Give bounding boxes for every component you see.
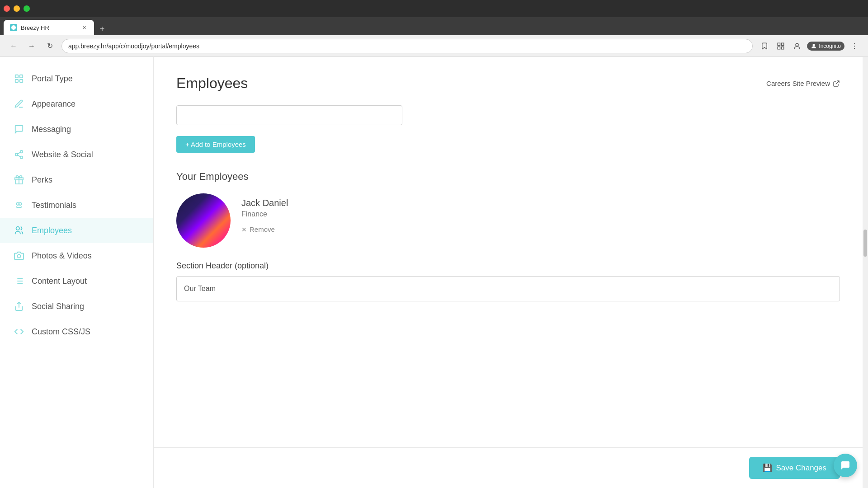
sidebar-label-employees: Employees (32, 226, 72, 235)
sidebar-label-messaging: Messaging (32, 125, 71, 134)
sidebar-item-content-layout[interactable]: Content Layout (0, 268, 153, 294)
svg-line-17 (18, 155, 20, 157)
reload-button[interactable]: ↻ (43, 40, 56, 52)
sidebar-item-portal-type[interactable]: Portal Type (0, 66, 153, 91)
add-button-label: + Add to Employees (185, 141, 246, 148)
url-text: app.breezy.hr/app/c/moodjoy/portal/emplo… (68, 42, 199, 50)
svg-rect-2 (782, 43, 784, 45)
profile-icon[interactable] (791, 40, 803, 52)
svg-point-9 (854, 48, 855, 49)
layout-icon (13, 275, 25, 287)
section-header-input[interactable] (176, 276, 840, 301)
sidebar: Portal Type Appearance Messaging (0, 57, 154, 488)
employee-name: Jack Daniel (241, 198, 288, 208)
social-icon (13, 300, 25, 313)
sidebar-item-custom-css-js[interactable]: Custom CSS/JS (0, 319, 153, 344)
svg-point-6 (813, 44, 815, 46)
employee-department: Finance (241, 210, 288, 218)
svg-line-32 (836, 81, 839, 84)
minimize-button[interactable] (14, 5, 20, 12)
bookmark-icon[interactable] (758, 40, 771, 52)
grid-icon (13, 72, 25, 85)
sidebar-label-website-social: Website & Social (32, 150, 93, 160)
svg-line-18 (18, 152, 20, 154)
svg-point-14 (20, 150, 23, 153)
incognito-label: Incognito (819, 43, 841, 49)
svg-point-24 (17, 254, 20, 258)
tab-close-icon[interactable]: ✕ (80, 24, 88, 31)
svg-point-8 (854, 45, 855, 46)
sidebar-label-testimonials: Testimonials (32, 201, 76, 210)
svg-point-0 (11, 25, 16, 30)
code-icon (13, 325, 25, 338)
pen-icon (13, 98, 25, 110)
sidebar-item-website-social[interactable]: Website & Social (0, 142, 153, 167)
svg-rect-12 (15, 80, 18, 82)
tab-favicon (10, 24, 17, 31)
sidebar-label-social-sharing: Social Sharing (32, 302, 84, 311)
scrollbar-thumb[interactable] (863, 230, 867, 257)
svg-point-23 (16, 227, 19, 230)
share-icon (13, 148, 25, 161)
chat-bubble-button[interactable] (834, 454, 857, 477)
maximize-button[interactable] (24, 5, 30, 12)
people-icon (13, 224, 25, 237)
sidebar-item-messaging[interactable]: Messaging (0, 117, 153, 142)
svg-point-16 (20, 156, 23, 159)
external-link-icon (833, 80, 840, 87)
section-header-form: Section Header (optional) (176, 261, 840, 301)
sidebar-item-testimonials[interactable]: Testimonials (0, 192, 153, 218)
employee-card: Jack Daniel Finance ✕ Remove (176, 193, 840, 248)
scrollbar[interactable] (863, 57, 868, 488)
svg-point-5 (796, 43, 798, 46)
sidebar-label-portal-type: Portal Type (32, 74, 73, 84)
search-input[interactable] (176, 105, 402, 125)
sidebar-item-photos-videos[interactable]: Photos & Videos (0, 243, 153, 268)
extensions-icon[interactable] (774, 40, 787, 52)
careers-preview-link[interactable]: Careers Site Preview (766, 80, 840, 87)
quote-icon (13, 199, 25, 211)
your-employees-title: Your Employees (176, 171, 840, 183)
tab-title: Breezy HR (21, 24, 77, 31)
new-tab-button[interactable]: + (96, 23, 108, 35)
add-to-employees-button[interactable]: + Add to Employees (176, 136, 255, 153)
svg-point-15 (15, 153, 18, 156)
avatar (176, 193, 231, 248)
page-title: Employees (176, 75, 248, 92)
svg-rect-3 (782, 47, 784, 49)
employee-info: Jack Daniel Finance ✕ Remove (241, 193, 288, 233)
main-content: Employees Careers Site Preview + Add to … (154, 57, 863, 447)
back-button[interactable]: ← (7, 40, 20, 52)
message-icon (13, 123, 25, 136)
forward-button[interactable]: → (25, 40, 38, 52)
browser-tab[interactable]: Breezy HR ✕ (4, 20, 94, 35)
menu-icon[interactable] (848, 40, 861, 52)
sidebar-item-perks[interactable]: Perks (0, 167, 153, 192)
camera-icon (13, 249, 25, 262)
sidebar-label-custom-css-js: Custom CSS/JS (32, 327, 90, 337)
svg-rect-13 (20, 80, 23, 82)
svg-rect-10 (15, 75, 18, 78)
remove-label: Remove (250, 225, 275, 233)
sidebar-label-perks: Perks (32, 175, 52, 185)
address-bar[interactable]: app.breezy.hr/app/c/moodjoy/portal/emplo… (61, 39, 753, 53)
sidebar-item-employees[interactable]: Employees (0, 218, 153, 243)
footer-bar: 💾 Save Changes (154, 447, 863, 488)
incognito-badge: Incognito (807, 42, 844, 51)
careers-preview-label: Careers Site Preview (766, 80, 830, 87)
sidebar-label-content-layout: Content Layout (32, 277, 87, 286)
avatar-image (176, 193, 231, 248)
sidebar-item-appearance[interactable]: Appearance (0, 91, 153, 117)
svg-point-7 (854, 43, 855, 44)
remove-x-icon: ✕ (241, 226, 247, 233)
gift-icon (13, 174, 25, 186)
close-button[interactable] (4, 5, 10, 12)
save-button-label: Save Changes (776, 464, 826, 473)
remove-button[interactable]: ✕ Remove (241, 225, 288, 233)
svg-rect-4 (778, 47, 780, 49)
sidebar-item-social-sharing[interactable]: Social Sharing (0, 294, 153, 319)
sidebar-label-photos-videos: Photos & Videos (32, 251, 92, 261)
save-changes-button[interactable]: 💾 Save Changes (749, 457, 840, 479)
page-header: Employees Careers Site Preview (176, 75, 840, 92)
svg-rect-11 (20, 75, 23, 78)
